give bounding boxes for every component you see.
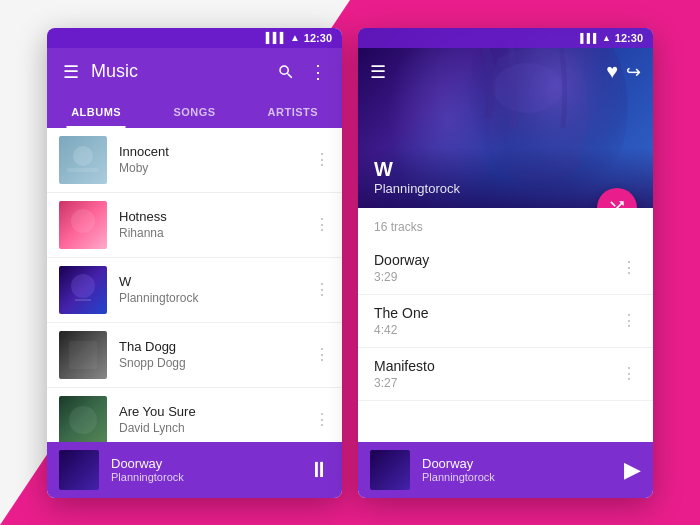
- toolbar-1: ☰ Music ⋮: [47, 48, 342, 96]
- album-name-3: W: [119, 274, 302, 289]
- phone-1: ▌▌▌ ▲ 12:30 ☰ Music ⋮ ALBUMS SONGS ARTIS…: [47, 28, 342, 498]
- player-bar-1[interactable]: Doorway Planningtorock ⏸: [47, 442, 342, 498]
- search-icon[interactable]: [274, 60, 298, 84]
- album-thumb-2: [59, 201, 107, 249]
- tab-songs[interactable]: SONGS: [145, 96, 243, 128]
- player-artist-1: Planningtorock: [111, 471, 296, 483]
- menu-icon-2[interactable]: ☰: [370, 61, 386, 83]
- album-name-5: Are You Sure: [119, 404, 302, 419]
- player-thumb-1: [59, 450, 99, 490]
- track-name-3: Manifesto: [374, 358, 621, 374]
- player-bar-2[interactable]: Doorway Planningtorock ▶: [358, 442, 653, 498]
- phone-2: ▌▌▌ ▲ 12:30 ☰ ♥ ↩ W Planningtorock: [358, 28, 653, 498]
- track-info-2: The One 4:42: [374, 305, 621, 337]
- track-info-1: Doorway 3:29: [374, 252, 621, 284]
- menu-icon[interactable]: ☰: [59, 60, 83, 84]
- album-thumb-1: [59, 136, 107, 184]
- svg-point-0: [73, 146, 93, 166]
- heart-icon[interactable]: ♥: [606, 60, 618, 83]
- album-name-1: Innocent: [119, 144, 302, 159]
- album-thumb-5: [59, 396, 107, 442]
- track-item-1[interactable]: Doorway 3:29 ⋮: [358, 242, 653, 295]
- svg-rect-1: [67, 168, 99, 172]
- more-icon-1[interactable]: ⋮: [306, 60, 330, 84]
- album-info-3: W Planningtorock: [119, 274, 302, 305]
- track-menu-1[interactable]: ⋮: [621, 258, 637, 277]
- album-artist-5: David Lynch: [119, 421, 302, 435]
- hero-album-name: Planningtorock: [374, 181, 637, 196]
- svg-point-2: [71, 209, 95, 233]
- album-artist-1: Moby: [119, 161, 302, 175]
- tab-albums[interactable]: ALBUMS: [47, 96, 145, 128]
- tabs-1: ALBUMS SONGS ARTISTS: [47, 96, 342, 128]
- player-info-2: Doorway Planningtorock: [422, 456, 612, 483]
- status-time-1: 12:30: [304, 32, 332, 44]
- play-button-2[interactable]: ▶: [624, 457, 641, 483]
- album-artist-4: Snopp Dogg: [119, 356, 302, 370]
- status-time-2: 12:30: [615, 32, 643, 44]
- album-item-3[interactable]: W Planningtorock ⋮: [47, 258, 342, 323]
- album-item-5[interactable]: Are You Sure David Lynch ⋮: [47, 388, 342, 442]
- album-list: Innocent Moby ⋮ Hotness Rihanna ⋮: [47, 128, 342, 442]
- album-info-2: Hotness Rihanna: [119, 209, 302, 240]
- album-info-5: Are You Sure David Lynch: [119, 404, 302, 435]
- track-duration-3: 3:27: [374, 376, 621, 390]
- track-duration-2: 4:42: [374, 323, 621, 337]
- wifi-icon: ▲: [290, 32, 300, 43]
- track-menu-3[interactable]: ⋮: [621, 364, 637, 383]
- track-item-2[interactable]: The One 4:42 ⋮: [358, 295, 653, 348]
- pause-button-1[interactable]: ⏸: [308, 457, 330, 483]
- album-menu-2[interactable]: ⋮: [314, 215, 330, 234]
- svg-point-6: [69, 406, 97, 434]
- svg-point-3: [71, 274, 95, 298]
- player-title-1: Doorway: [111, 456, 296, 471]
- track-item-3[interactable]: Manifesto 3:27 ⋮: [358, 348, 653, 401]
- player-title-2: Doorway: [422, 456, 612, 471]
- album-info-4: Tha Dogg Snopp Dogg: [119, 339, 302, 370]
- share-icon[interactable]: ↩: [626, 61, 641, 83]
- track-count: 16 tracks: [358, 216, 653, 242]
- album-menu-4[interactable]: ⋮: [314, 345, 330, 364]
- album-item-2[interactable]: Hotness Rihanna ⋮: [47, 193, 342, 258]
- track-menu-2[interactable]: ⋮: [621, 311, 637, 330]
- album-info-1: Innocent Moby: [119, 144, 302, 175]
- album-artist-2: Rihanna: [119, 226, 302, 240]
- hero-artist-name: W: [374, 159, 637, 179]
- track-name-2: The One: [374, 305, 621, 321]
- status-bar-1: ▌▌▌ ▲ 12:30: [47, 28, 342, 48]
- album-name-2: Hotness: [119, 209, 302, 224]
- signal-icon: ▌▌▌: [266, 32, 287, 43]
- player-thumb-2: [370, 450, 410, 490]
- signal-2: ▌▌▌ ▲: [580, 33, 611, 43]
- album-name-4: Tha Dogg: [119, 339, 302, 354]
- signal-icons: ▌▌▌ ▲: [266, 32, 300, 43]
- track-name-1: Doorway: [374, 252, 621, 268]
- track-list: 16 tracks Doorway 3:29 ⋮ The One 4:42 ⋮ …: [358, 208, 653, 442]
- album-thumb-3: [59, 266, 107, 314]
- album-menu-1[interactable]: ⋮: [314, 150, 330, 169]
- album-menu-5[interactable]: ⋮: [314, 410, 330, 429]
- album-menu-3[interactable]: ⋮: [314, 280, 330, 299]
- player-artist-2: Planningtorock: [422, 471, 612, 483]
- player-info-1: Doorway Planningtorock: [111, 456, 296, 483]
- phones-container: ▌▌▌ ▲ 12:30 ☰ Music ⋮ ALBUMS SONGS ARTIS…: [47, 28, 653, 498]
- toolbar-title-1: Music: [91, 61, 266, 82]
- album-thumb-4: [59, 331, 107, 379]
- album-item-1[interactable]: Innocent Moby ⋮: [47, 128, 342, 193]
- status-bar-2: ▌▌▌ ▲ 12:30: [358, 28, 653, 48]
- svg-rect-5: [69, 341, 97, 369]
- track-info-3: Manifesto 3:27: [374, 358, 621, 390]
- track-duration-1: 3:29: [374, 270, 621, 284]
- hero-action-bar: ☰ ♥ ↩: [358, 48, 653, 96]
- album-artist-3: Planningtorock: [119, 291, 302, 305]
- album-item-4[interactable]: Tha Dogg Snopp Dogg ⋮: [47, 323, 342, 388]
- album-hero: ▌▌▌ ▲ 12:30 ☰ ♥ ↩ W Planningtorock: [358, 28, 653, 208]
- tab-artists[interactable]: ARTISTS: [244, 96, 342, 128]
